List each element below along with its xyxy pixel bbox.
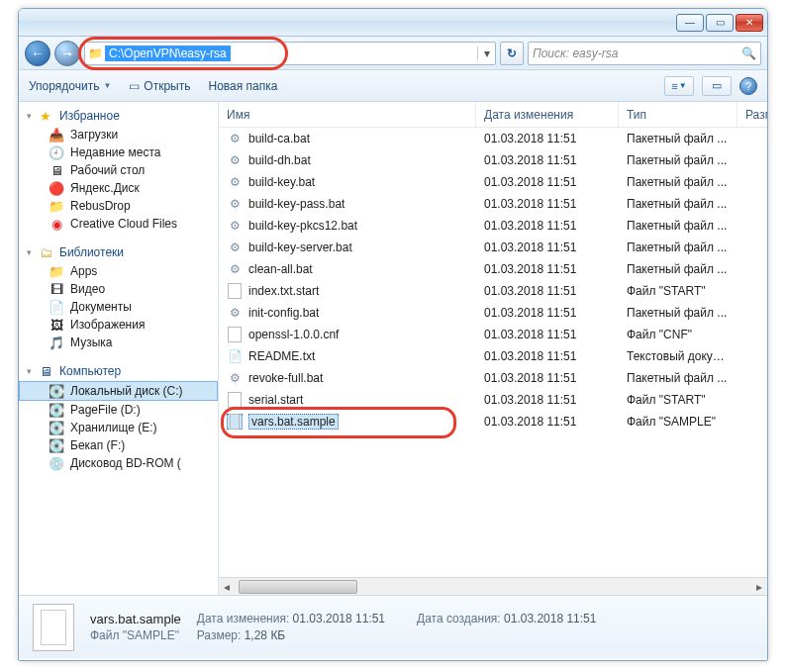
search-placeholder: Поиск: easy-rsa: [533, 47, 618, 60]
file-date: 01.03.2018 11:51: [476, 132, 619, 145]
file-icon: [227, 174, 243, 190]
file-name: build-key-pass.bat: [248, 197, 344, 211]
column-size[interactable]: Разме: [737, 102, 767, 127]
file-row[interactable]: openssl-1.0.0.cnf01.03.2018 11:51Файл "C…: [219, 324, 767, 345]
music-icon: [49, 335, 64, 350]
sidebar-item-rebusdrop[interactable]: RebusDrop: [19, 197, 218, 215]
file-row[interactable]: build-ca.bat01.03.2018 11:51Пакетный фай…: [219, 128, 767, 149]
horizontal-scrollbar[interactable]: ◂ ▸: [219, 577, 767, 595]
file-icon: [227, 218, 243, 234]
file-row[interactable]: build-key.bat01.03.2018 11:51Пакетный фа…: [219, 171, 767, 193]
view-options-button[interactable]: ≡ ▼: [664, 76, 694, 96]
file-rows: build-ca.bat01.03.2018 11:51Пакетный фай…: [219, 128, 767, 577]
file-name: vars.bat.sample: [248, 414, 339, 430]
detail-filetype: Файл "SAMPLE": [90, 628, 181, 642]
file-row[interactable]: build-dh.bat01.03.2018 11:51Пакетный фай…: [219, 149, 767, 171]
detail-modified-label: Дата изменения:: [197, 612, 290, 625]
file-name: build-ca.bat: [248, 132, 310, 145]
forward-button[interactable]: →: [54, 41, 80, 66]
file-icon: [227, 392, 243, 408]
file-row[interactable]: README.txt01.03.2018 11:51Текстовый доку…: [219, 345, 767, 367]
videos-icon: [49, 281, 64, 297]
file-type: Пакетный файл ...: [619, 219, 737, 233]
new-folder-button[interactable]: Новая папка: [208, 79, 277, 93]
file-type: Пакетный файл ...: [619, 262, 737, 276]
file-icon: [227, 152, 243, 168]
sidebar-item-documents[interactable]: Документы: [19, 298, 218, 316]
file-large-icon: [33, 604, 74, 651]
sidebar-item-drive-c[interactable]: Локальный диск (C:): [19, 381, 218, 401]
minimize-button[interactable]: [676, 14, 704, 32]
file-row[interactable]: build-key-server.bat01.03.2018 11:51Паке…: [219, 237, 767, 258]
chevron-down-icon: ▼: [103, 81, 111, 90]
sidebar-computer-header[interactable]: ▾Компьютер: [19, 361, 218, 381]
sidebar-favorites-header[interactable]: ▾★Избранное: [19, 106, 218, 126]
sidebar-item-downloads[interactable]: Загрузки: [19, 126, 218, 144]
detail-size: 1,28 КБ: [245, 628, 286, 642]
file-list-area: Имя Дата изменения Тип Разме build-ca.ba…: [219, 102, 767, 595]
sidebar-item-ccfiles[interactable]: ◉Creative Cloud Files: [19, 215, 218, 233]
documents-icon: [49, 299, 64, 315]
sidebar-item-yandexdisk[interactable]: Яндекс.Диск: [19, 179, 218, 197]
file-name: build-key.bat: [248, 175, 315, 189]
file-row[interactable]: vars.bat.sample01.03.2018 11:51Файл "SAM…: [219, 411, 767, 432]
scrollbar-thumb[interactable]: [239, 580, 357, 594]
organize-button[interactable]: Упорядочить ▼: [29, 79, 111, 93]
file-date: 01.03.2018 11:51: [476, 371, 619, 385]
file-type: Пакетный файл ...: [619, 197, 737, 211]
file-icon: [227, 414, 243, 430]
file-icon: [227, 283, 243, 299]
address-bar[interactable]: 📁 C:\OpenVPN\easy-rsa ▾: [84, 42, 496, 65]
file-date: 01.03.2018 11:51: [476, 240, 619, 254]
search-input[interactable]: Поиск: easy-rsa 🔍: [528, 42, 761, 65]
sidebar-item-apps[interactable]: 📁Apps: [19, 262, 218, 280]
help-icon[interactable]: ?: [739, 77, 757, 95]
file-row[interactable]: revoke-full.bat01.03.2018 11:51Пакетный …: [219, 367, 767, 389]
file-row[interactable]: init-config.bat01.03.2018 11:51Пакетный …: [219, 302, 767, 324]
file-row[interactable]: clean-all.bat01.03.2018 11:51Пакетный фа…: [219, 258, 767, 280]
address-dropdown-icon[interactable]: ▾: [477, 47, 495, 60]
file-row[interactable]: build-key-pkcs12.bat01.03.2018 11:51Паке…: [219, 215, 767, 237]
file-icon: [227, 327, 243, 342]
file-row[interactable]: build-key-pass.bat01.03.2018 11:51Пакетн…: [219, 193, 767, 215]
scroll-left-icon[interactable]: ◂: [219, 580, 235, 594]
sidebar-item-videos[interactable]: Видео: [19, 280, 218, 298]
file-icon: [227, 305, 243, 321]
computer-icon: [38, 363, 53, 379]
file-name: index.txt.start: [248, 284, 319, 298]
column-date[interactable]: Дата изменения: [476, 102, 619, 127]
file-date: 01.03.2018 11:51: [476, 306, 619, 320]
file-row[interactable]: serial.start01.03.2018 11:51Файл "START": [219, 389, 767, 411]
hdd-icon: [49, 437, 64, 453]
sidebar: ▾★Избранное Загрузки Недавние места Рабо…: [19, 102, 219, 595]
file-icon: [227, 261, 243, 277]
sidebar-item-recent[interactable]: Недавние места: [19, 144, 218, 161]
column-headers: Имя Дата изменения Тип Разме: [219, 102, 767, 128]
file-date: 01.03.2018 11:51: [476, 328, 619, 341]
sidebar-item-bdrom[interactable]: Дисковод BD-ROM (: [19, 454, 218, 472]
sidebar-item-drive-e[interactable]: Хранилище (E:): [19, 419, 218, 436]
file-type: Файл "START": [619, 284, 737, 298]
sidebar-item-desktop[interactable]: Рабочий стол: [19, 161, 218, 179]
maximize-button[interactable]: [706, 14, 734, 32]
sidebar-item-music[interactable]: Музыка: [19, 334, 218, 351]
file-row[interactable]: index.txt.start01.03.2018 11:51Файл "STA…: [219, 280, 767, 302]
close-button[interactable]: [736, 14, 763, 32]
refresh-button[interactable]: ↻: [500, 42, 524, 65]
sidebar-item-pictures[interactable]: Изображения: [19, 316, 218, 334]
preview-pane-button[interactable]: ▭: [702, 76, 732, 96]
sidebar-item-drive-d[interactable]: PageFile (D:): [19, 401, 218, 419]
file-icon: [227, 240, 243, 255]
file-type: Файл "CNF": [619, 328, 737, 341]
refresh-icon: ↻: [507, 47, 517, 60]
file-date: 01.03.2018 11:51: [476, 349, 619, 363]
column-type[interactable]: Тип: [619, 102, 737, 127]
back-button[interactable]: ←: [25, 41, 50, 66]
scroll-right-icon[interactable]: ▸: [751, 580, 767, 594]
open-button[interactable]: ▭ Открыть: [129, 79, 190, 93]
creative-cloud-icon: ◉: [49, 216, 64, 232]
sidebar-libraries-header[interactable]: ▾🗂Библиотеки: [19, 242, 218, 262]
column-name[interactable]: Имя: [219, 102, 476, 127]
libraries-icon: 🗂: [38, 244, 53, 260]
sidebar-item-drive-f[interactable]: Бекап (F:): [19, 436, 218, 454]
